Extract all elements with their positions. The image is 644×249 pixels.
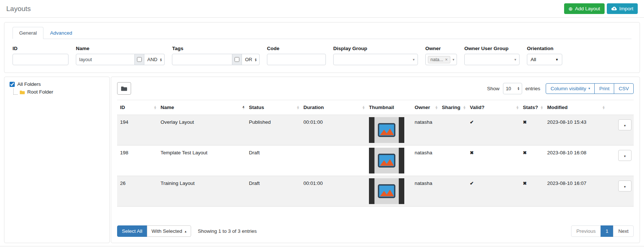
col-header-stats[interactable]: Stats?▴▾ (520, 100, 544, 115)
tab-general[interactable]: General (13, 27, 43, 39)
sort-icon: ▴▾ (541, 106, 542, 109)
display-group-select[interactable]: ▾ (333, 54, 418, 65)
tree-item-root-folder[interactable]: Root Folder (13, 88, 104, 95)
table-footer: Select All With Selected ▴ Showing 1 to … (117, 220, 634, 237)
name-exact-checkbox[interactable] (137, 57, 142, 62)
layout-thumbnail (369, 148, 404, 173)
name-exact-addon (135, 54, 144, 65)
filter-panel: General Advanced ID Name AND ▴▾ Tags (4, 22, 640, 73)
column-visibility-button[interactable]: Column visibility ▾ (546, 83, 595, 94)
owner-selected-value: nata... (430, 57, 443, 62)
plus-circle-icon: ⊕ (569, 6, 573, 11)
folder-icon (121, 86, 127, 91)
filter-fields: ID Name AND ▴▾ Tags (13, 46, 631, 65)
sort-icon: ▴▾ (463, 106, 465, 109)
col-header-actions (606, 100, 634, 115)
tags-logic-value: OR (245, 57, 252, 62)
entries-label: entries (525, 86, 541, 91)
import-button[interactable]: Import (607, 3, 638, 14)
all-folders-label: All Folders (17, 81, 41, 87)
page-size-select[interactable]: 10 ▴▾ (503, 83, 522, 94)
with-selected-button[interactable]: With Selected ▴ (147, 225, 191, 237)
tags-exact-checkbox[interactable] (235, 57, 239, 62)
image-placeholder-icon (374, 178, 399, 204)
owner-label: Owner (425, 46, 457, 51)
row-actions-button[interactable]: ▾ (618, 150, 631, 161)
add-layout-button[interactable]: ⊕ Add Layout (564, 3, 605, 14)
id-input[interactable] (13, 54, 68, 65)
filter-field-code: Code (267, 46, 326, 65)
col-header-modified[interactable]: Modified▴▾ (544, 100, 606, 115)
select-all-button[interactable]: Select All (117, 225, 147, 237)
folder-icon (20, 90, 25, 95)
tags-label: Tags (172, 46, 260, 51)
content: All Folders Root Folder Show 10 ▴▾ (4, 77, 640, 243)
print-button[interactable]: Print (594, 83, 614, 94)
valid-x-icon: ✖ (467, 145, 520, 176)
owner-user-group-label: Owner User Group (464, 46, 520, 51)
select2-caret-icon: ▾ (453, 57, 454, 62)
filter-field-display-group: Display Group ▾ (333, 46, 418, 65)
owner-selected-chip: nata... × (428, 56, 450, 63)
name-input[interactable] (76, 54, 135, 65)
col-header-owner[interactable]: Owner▴▾ (412, 100, 439, 115)
csv-button[interactable]: CSV (614, 83, 634, 94)
cell-sharing (439, 145, 467, 176)
row-actions-button[interactable]: ▾ (618, 180, 631, 192)
owner-user-group-select[interactable]: ▾ (464, 54, 520, 65)
col-header-id[interactable]: ID▴▾ (117, 100, 158, 115)
cloud-download-icon (611, 6, 617, 11)
pagination-previous-button[interactable]: Previous (571, 225, 601, 237)
code-input[interactable] (267, 54, 326, 65)
page-title: Layouts (6, 5, 31, 13)
cell-name: Overlay Layout (158, 115, 246, 145)
owner-select[interactable]: nata... × ▾ (425, 54, 457, 65)
col-header-name[interactable]: Name▴▾ (158, 100, 246, 115)
tree-connector (13, 88, 18, 95)
image-placeholder-icon (374, 148, 399, 173)
tags-logic-select[interactable]: OR ▴▾ (242, 54, 260, 65)
folder-tree-toggle-button[interactable] (117, 82, 131, 95)
valid-check-icon: ✔ (467, 115, 520, 145)
sort-icon: ▴▾ (435, 106, 437, 109)
cell-name: Template Test Layout (158, 145, 246, 176)
tags-input[interactable] (172, 54, 232, 65)
stats-x-icon: ✖ (520, 176, 544, 207)
col-header-sharing[interactable]: Sharing▴▾ (439, 100, 467, 115)
filter-field-id: ID (13, 46, 68, 65)
updown-icon: ▴▾ (160, 58, 161, 62)
topbar: Layouts ⊕ Add Layout Import (0, 0, 644, 18)
orientation-label: Orientation (527, 46, 562, 51)
layout-thumbnail (369, 117, 404, 143)
topbar-actions: ⊕ Add Layout Import (564, 3, 638, 14)
orientation-select[interactable]: All ▼ (527, 54, 562, 65)
chevron-down-icon: ▼ (555, 58, 559, 62)
cell-owner: natasha (412, 176, 439, 207)
col-header-duration[interactable]: Duration▴▾ (300, 100, 366, 115)
pagination-page-1-button[interactable]: 1 (601, 225, 614, 237)
sort-icon: ▴▾ (516, 106, 518, 109)
root-folder-label: Root Folder (27, 89, 53, 95)
import-label: Import (619, 6, 633, 11)
col-header-thumbnail: Thumbnail (366, 100, 412, 115)
all-folders-row: All Folders (10, 81, 104, 87)
col-header-status[interactable]: Status▴▾ (246, 100, 300, 115)
tab-advanced[interactable]: Advanced (43, 27, 79, 39)
layouts-table: ID▴▾ Name▴▾ Status▴▾ Duration▴▾ Thumbnai… (117, 100, 634, 207)
orientation-value: All (531, 57, 536, 62)
cell-id: 194 (117, 115, 158, 145)
table-toolbar: Show 10 ▴▾ entries Column visibility ▾ P… (117, 82, 634, 95)
pagination-next-button[interactable]: Next (613, 225, 634, 237)
filter-field-owner: Owner nata... × ▾ (425, 46, 457, 65)
row-actions-button[interactable]: ▾ (618, 119, 631, 130)
name-logic-select[interactable]: AND ▴▾ (144, 54, 165, 65)
remove-owner-icon[interactable]: × (445, 57, 448, 62)
all-folders-checkbox[interactable] (10, 82, 15, 87)
add-layout-label: Add Layout (575, 6, 600, 11)
sort-icon: ▴▾ (154, 106, 156, 109)
cell-modified: 2023-08-10 16:07 (544, 176, 606, 207)
folder-panel: All Folders Root Folder (4, 77, 110, 243)
filter-field-orientation: Orientation All ▼ (527, 46, 562, 65)
updown-icon: ▴▾ (518, 87, 519, 90)
col-header-valid[interactable]: Valid?▴▾ (467, 100, 520, 115)
